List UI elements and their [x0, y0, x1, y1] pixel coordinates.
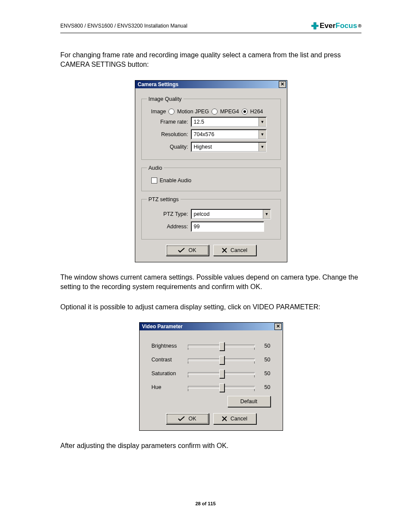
contrast-label: Contrast: [152, 357, 183, 363]
ok-button[interactable]: OK: [166, 245, 209, 256]
radio-h264[interactable]: [242, 109, 248, 115]
resolution-label: Resolution:: [147, 131, 188, 137]
close-button[interactable]: ✕: [274, 323, 282, 330]
paragraph-3: Optional it is possible to adjust camera…: [60, 302, 361, 312]
chevron-down-icon: ▼: [263, 210, 271, 218]
dialog-title: Video Parameter: [142, 324, 274, 330]
camera-settings-dialog: Camera Settings ✕ Image Quality Image Mo…: [135, 80, 287, 262]
hue-label: Hue: [152, 384, 183, 390]
saturation-slider[interactable]: [188, 368, 255, 379]
video-parameter-dialog: Video Parameter ✕ Brightness 50 Contrast: [139, 322, 283, 431]
cancel-button[interactable]: Cancel: [213, 413, 256, 424]
address-label: Address:: [147, 224, 188, 230]
page-number: 28 of 115: [0, 501, 411, 506]
image-quality-legend: Image Quality: [147, 96, 184, 102]
x-icon: [222, 248, 227, 253]
audio-group: Audio Enable Audio: [141, 165, 281, 191]
ptz-type-select[interactable]: pelcod ▼: [191, 209, 271, 219]
cancel-button[interactable]: Cancel: [213, 245, 256, 256]
slider-row: Hue 50: [152, 382, 271, 392]
framerate-select[interactable]: 12.5 ▼: [191, 117, 267, 127]
chevron-down-icon: ▼: [258, 130, 266, 139]
ptz-group: PTZ settings PTZ Type: pelcod ▼ Address:…: [141, 196, 281, 240]
ptz-type-label: PTZ Type:: [147, 211, 188, 217]
quality-value: Highest: [194, 144, 258, 150]
cancel-label: Cancel: [230, 416, 247, 422]
radio-h264-label: H264: [250, 109, 263, 115]
framerate-label: Frame rate:: [147, 119, 188, 125]
slider-row: Contrast 50: [152, 355, 271, 365]
brand-reg: ®: [358, 23, 361, 28]
close-icon: ✕: [280, 82, 284, 87]
slider-row: Saturation 50: [152, 368, 271, 379]
dialog-title: Camera Settings: [138, 81, 279, 87]
check-icon: [178, 248, 185, 253]
image-quality-group: Image Quality Image Motion JPEG MPEG4 H2…: [141, 96, 281, 160]
hue-value: 50: [260, 384, 271, 390]
paragraph-4: After adjusting the display parameters c…: [60, 441, 361, 451]
default-label: Default: [240, 398, 258, 404]
ptz-type-value: pelcod: [194, 211, 263, 217]
resolution-value: 704x576: [194, 131, 258, 137]
brand-logo: EverFocus®: [311, 22, 361, 30]
close-icon: ✕: [276, 324, 280, 329]
brand-mark-icon: [311, 22, 319, 30]
framerate-value: 12.5: [194, 119, 258, 125]
ptz-legend: PTZ settings: [147, 196, 181, 202]
x-icon: [222, 416, 227, 421]
dialog-titlebar[interactable]: Camera Settings ✕: [135, 81, 287, 88]
ok-label: OK: [188, 416, 196, 422]
radio-mjpeg-label: Motion JPEG: [177, 109, 209, 115]
brightness-label: Brightness: [152, 343, 183, 349]
enable-audio-checkbox[interactable]: [151, 177, 157, 184]
brand-suffix: Focus: [336, 22, 357, 30]
cancel-label: Cancel: [230, 247, 247, 253]
enable-audio-label: Enable Audio: [160, 177, 192, 184]
quality-select[interactable]: Highest ▼: [191, 142, 267, 152]
brand-prefix: Ever: [320, 22, 336, 30]
brightness-value: 50: [260, 343, 271, 349]
close-button[interactable]: ✕: [279, 81, 286, 88]
saturation-label: Saturation: [152, 370, 183, 376]
contrast-slider[interactable]: [188, 355, 255, 365]
page-header: ENVS800 / ENVS1600 / ENVS3200 Installati…: [60, 22, 361, 33]
radio-mjpeg[interactable]: [168, 109, 174, 115]
paragraph-1: For changing frame rate and recording im…: [60, 50, 361, 70]
doc-title: ENVS800 / ENVS1600 / ENVS3200 Installati…: [60, 23, 187, 29]
check-icon: [178, 416, 185, 421]
quality-label: Quality:: [147, 144, 188, 150]
audio-legend: Audio: [147, 165, 164, 171]
resolution-select[interactable]: 704x576 ▼: [191, 129, 267, 140]
image-label: Image: [151, 109, 166, 115]
address-value: 99: [194, 224, 200, 230]
paragraph-2: The window shows current camera settings…: [60, 273, 361, 292]
hue-slider[interactable]: [188, 382, 255, 392]
ok-button[interactable]: OK: [166, 413, 209, 424]
radio-mpeg4-label: MPEG4: [220, 109, 239, 115]
saturation-value: 50: [260, 370, 271, 376]
chevron-down-icon: ▼: [258, 118, 266, 126]
contrast-value: 50: [260, 357, 271, 363]
slider-row: Brightness 50: [152, 341, 271, 351]
default-button[interactable]: Default: [227, 396, 271, 407]
brightness-slider[interactable]: [188, 341, 255, 351]
chevron-down-icon: ▼: [258, 143, 266, 151]
address-input[interactable]: 99: [191, 221, 264, 232]
ok-label: OK: [188, 247, 196, 253]
radio-mpeg4[interactable]: [212, 109, 218, 115]
dialog-titlebar[interactable]: Video Parameter ✕: [140, 323, 283, 330]
